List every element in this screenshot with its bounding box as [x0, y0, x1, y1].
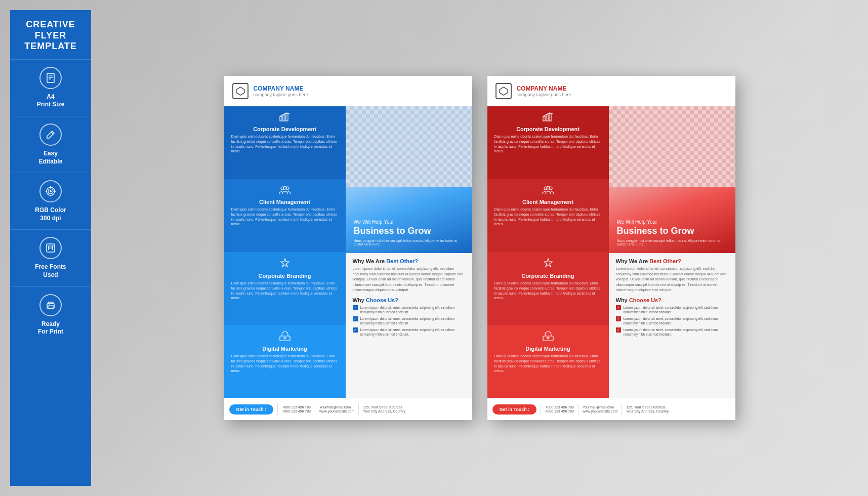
why-choose-heading-red: Why Choose Us?	[616, 297, 728, 303]
footer-phone-blue: +000 123 456 789 +000 123 456 789	[282, 405, 311, 413]
checklist-red: ✓ Lorem ipsum dolor sit amet, consectetu…	[616, 305, 728, 337]
svg-rect-36	[543, 336, 553, 341]
checklist-blue: ✓ Lorem ipsum dolor sit amet, consectetu…	[353, 305, 465, 337]
section-text-development-red: Diam quis enim lobortis scelerisque ferm…	[494, 134, 602, 154]
sidebar-item-fonts: Free FontsUsed	[10, 229, 91, 286]
section-text-marketing-blue: Diam quis enim lobortis scelerisque ferm…	[231, 354, 339, 374]
svg-rect-27	[280, 336, 290, 341]
section-branding-blue: Corporate Branding Diam quis enim lobort…	[224, 252, 346, 325]
phone1-blue: +000 123 456 789	[282, 405, 311, 409]
section-title-management-blue: Client Management	[231, 199, 339, 205]
checkbox-2-blue: ✓	[353, 316, 358, 321]
section-title-marketing-blue: Digital Marketing	[231, 346, 339, 352]
section-development-red: Corporate Development Diam quis enim lob…	[487, 106, 609, 179]
section-title-branding-blue: Corporate Branding	[231, 273, 339, 279]
address-red: 125, Your Street Address	[626, 405, 669, 409]
footer-email-red: Yourmail@mail.com www.yourwebsite.com	[583, 405, 617, 413]
company-logo-red	[495, 83, 512, 99]
website-blue: www.yourwebsite.com	[319, 409, 354, 413]
why-choose-heading-blue: Why Choose Us?	[353, 297, 465, 303]
document-icon	[39, 67, 62, 89]
company-tagline-red: company tagline goes here	[517, 92, 571, 97]
sidebar: CREATIVEFLYERTEMPLATE A4Print Size Eas	[10, 10, 91, 486]
checkbox-1-red: ✓	[616, 305, 621, 310]
check-item-2-red: ✓ Lorem ipsum dolor sit amet, consectetu…	[616, 316, 728, 325]
flyer-blue: COMPANY NAME company tagline goes here	[224, 76, 472, 420]
image-placeholder-blue	[346, 106, 472, 187]
marketing-icon-red	[494, 331, 602, 344]
why-best-heading-red: Why We Are Best Other?	[616, 258, 728, 264]
checkbox-3-red: ✓	[616, 327, 621, 333]
hero-sub-red: We Will Help Your	[617, 219, 727, 225]
footer-sep-3-red	[622, 403, 622, 416]
cta-button-red[interactable]: Get in Touch :	[492, 404, 537, 415]
section-marketing-red: Digital Marketing Diam quis enim loborti…	[487, 325, 609, 398]
website-red: www.yourwebsite.com	[583, 409, 617, 413]
email-red: Yourmail@mail.com	[583, 405, 617, 409]
section-development-blue: Corporate Development Diam quis enim lob…	[224, 106, 346, 179]
hero-title-blue: Business to Grow	[354, 226, 464, 237]
section-title-marketing-red: Digital Marketing	[494, 346, 602, 352]
development-icon	[231, 112, 339, 124]
hero-red: We Will Help Your Business to Grow Nunc …	[609, 187, 735, 253]
section-text-development-blue: Diam quis enim lobortis scelerisque ferm…	[231, 134, 339, 154]
target-icon	[39, 180, 62, 202]
section-marketing-blue: Digital Marketing Diam quis enim loborti…	[224, 325, 346, 398]
development-icon-red	[494, 112, 602, 124]
flyer-red-right: We Will Help Your Business to Grow Nunc …	[609, 106, 735, 398]
city-blue: Your City Address, Country	[363, 409, 405, 413]
section-management-red: Client Management Diam quis enim loborti…	[487, 179, 609, 252]
svg-rect-30	[543, 116, 545, 121]
section-text-marketing-red: Diam quis enim lobortis scelerisque ferm…	[494, 354, 602, 374]
check-text-1-blue: Lorem ipsum dolor sit amet, consectetur …	[360, 305, 465, 314]
section-text-branding-blue: Diam quis enim lobortis scelerisque ferm…	[231, 281, 339, 301]
svg-rect-32	[549, 113, 551, 121]
marketing-icon	[231, 331, 339, 344]
cta-button-blue[interactable]: Get in Touch :	[229, 404, 274, 415]
flyer-red-left: Corporate Development Diam quis enim lob…	[487, 106, 609, 398]
company-info-red: COMPANY NAME company tagline goes here	[517, 85, 571, 97]
section-title-development-blue: Corporate Development	[231, 126, 339, 132]
sidebar-label-rgb: RGB Color300 dpi	[35, 206, 66, 222]
checkbox-1-blue: ✓	[353, 305, 358, 310]
footer-sep-2-red	[578, 403, 578, 416]
why-best-text-blue: Lorem ipsum dolor sit amet, consectetur …	[353, 266, 465, 293]
company-logo-blue	[232, 83, 249, 99]
phone2-blue: +000 123 456 789	[282, 409, 311, 413]
main-container: CREATIVEFLYERTEMPLATE A4Print Size Eas	[0, 0, 868, 496]
svg-point-28	[284, 337, 286, 339]
checkbox-2-red: ✓	[616, 316, 621, 321]
section-title-branding-red: Corporate Branding	[494, 273, 602, 279]
footer-phone-red: +000 123 456 789 +000 123 456 789	[545, 405, 574, 413]
sidebar-title: CREATIVEFLYERTEMPLATE	[18, 10, 83, 59]
flyer-blue-right: We Will Help Your Business to Grow Nunc …	[346, 106, 472, 398]
svg-rect-21	[280, 116, 282, 121]
flyer-blue-body: Corporate Development Diam quis enim lob…	[224, 106, 472, 398]
check-text-2-red: Lorem ipsum dolor sit amet, consectetur …	[624, 316, 728, 325]
sidebar-item-rgb: RGB Color300 dpi	[10, 173, 91, 229]
sidebar-item-print: ReadyFor Print	[10, 286, 91, 343]
footer-email-blue: Yourmail@mail.com www.yourwebsite.com	[319, 405, 354, 413]
svg-rect-31	[546, 115, 548, 121]
flyer-red: COMPANY NAME company tagline goes here	[487, 76, 735, 420]
flyers-area: COMPANY NAME company tagline goes here	[101, 10, 858, 486]
why-best-heading-blue: Why We Are Best Other?	[353, 258, 465, 264]
sidebar-item-a4: A4Print Size	[10, 59, 91, 116]
check-item-3-blue: ✓ Lorem ipsum dolor sit amet, consectetu…	[353, 327, 465, 337]
phone2-red: +000 123 456 789	[545, 409, 574, 413]
sidebar-label-print: ReadyFor Print	[38, 320, 63, 336]
sidebar-label-fonts: Free FontsUsed	[35, 263, 66, 279]
footer-sep-2-blue	[315, 403, 315, 416]
footer-address-blue: 125, Your Street Address Your City Addre…	[363, 405, 405, 413]
svg-rect-23	[286, 113, 288, 121]
svg-rect-22	[283, 115, 285, 121]
flyer-red-body: Corporate Development Diam quis enim lob…	[487, 106, 735, 398]
company-tagline-blue: company tagline goes here	[254, 92, 308, 97]
sidebar-item-editable: EasyEditable	[10, 116, 91, 173]
white-section-blue: Why We Are Best Other? Lorem ipsum dolor…	[346, 253, 472, 398]
section-management-blue: Client Management Diam quis enim loborti…	[224, 179, 346, 252]
flyer-red-footer: Get in Touch : +000 123 456 789 +000 123…	[487, 398, 735, 420]
svg-point-37	[547, 337, 549, 339]
footer-sep-3-blue	[358, 403, 359, 416]
section-branding-red: Corporate Branding Diam quis enim lobort…	[487, 252, 609, 325]
